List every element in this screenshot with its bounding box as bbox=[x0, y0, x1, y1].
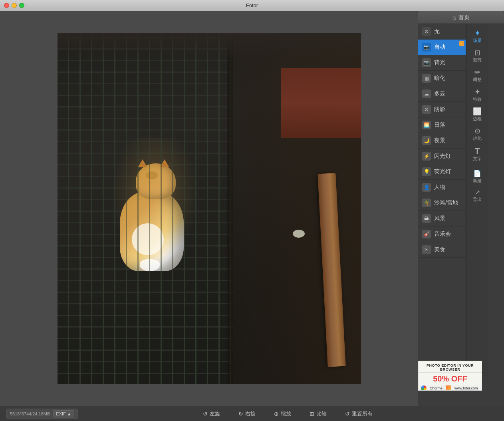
rotate-right-label: 右旋 bbox=[245, 410, 256, 417]
file-dimensions: 5616*3744/24.16MB bbox=[10, 411, 50, 416]
ad-top-text: PHOTO EDITOR IN YOUR BROWSER bbox=[419, 361, 482, 373]
maximize-button[interactable] bbox=[19, 3, 24, 8]
adjust-tool-icon: ✏ bbox=[474, 69, 480, 76]
ad-banner[interactable]: PHOTO EDITOR IN YOUR BROWSER 50% OFF Cho… bbox=[418, 361, 482, 391]
scene-item-sunset[interactable]: 🌅 日落 bbox=[418, 117, 466, 133]
scene-item-concert[interactable]: 🎸 音乐会 bbox=[418, 226, 466, 242]
tool-adjust[interactable]: ✏ 调整 bbox=[467, 66, 487, 85]
scene-icon-dark: ▦ bbox=[422, 74, 431, 83]
rotate-right-button[interactable]: ↻ 右旋 bbox=[235, 409, 259, 419]
window-controls bbox=[4, 3, 24, 8]
tool-vignette[interactable]: ⊙ 虚化 bbox=[467, 125, 487, 144]
tool-border[interactable]: ⬜ 边框 bbox=[467, 105, 487, 124]
rotate-right-icon: ↻ bbox=[238, 411, 243, 417]
scene-item-food[interactable]: ✂ 美食 bbox=[418, 242, 466, 258]
scene-tool-icon: ✦ bbox=[474, 30, 480, 37]
bottom-bar: 5616*3744/24.16MB EXIF ▲ ↺ 左旋 ↻ 右旋 ⊕ 缩放 … bbox=[0, 406, 504, 421]
tool-new[interactable]: 📄 新建 bbox=[467, 168, 487, 186]
reset-button[interactable]: ↺ 重置所有 bbox=[342, 409, 376, 419]
ad-bottom-row: Chorme www.fotor.com bbox=[419, 385, 482, 391]
file-info: 5616*3744/24.16MB EXIF ▲ bbox=[6, 409, 78, 419]
scene-label-dark: 暗化 bbox=[434, 75, 445, 82]
scene-label-fluorescent: 荧光灯 bbox=[434, 168, 451, 175]
scene-icon-shadow: ⊙ bbox=[422, 105, 431, 114]
compare-button[interactable]: ⊞ 比较 bbox=[306, 409, 330, 419]
right-panel: ⌂ 首页 ⊘ 无 📷 自动 📷 背光 bbox=[418, 11, 504, 406]
scene-icon-flash: ⚡ bbox=[422, 152, 431, 161]
tool-effects[interactable]: ✦ 特效 bbox=[467, 86, 487, 105]
scene-icon-fluorescent: 💡 bbox=[422, 167, 431, 176]
scene-icon-beach: 🌴 bbox=[422, 199, 431, 207]
tool-vignette-label: 虚化 bbox=[473, 135, 482, 141]
bottom-actions: ↺ 左旋 ↻ 右旋 ⊕ 缩放 ⊞ 比较 ↺ 重置所有 bbox=[78, 409, 498, 419]
scene-label-backlight: 背光 bbox=[434, 59, 445, 66]
scene-label-landscape: 风景 bbox=[434, 215, 445, 222]
scene-label-shadow: 阴影 bbox=[434, 106, 445, 113]
scene-item-auto[interactable]: 📷 自动 bbox=[418, 40, 466, 55]
scene-label-flash: 闪光灯 bbox=[434, 153, 451, 160]
text-tool-icon: T bbox=[475, 147, 480, 155]
reset-label: 重置所有 bbox=[352, 410, 373, 417]
home-button[interactable]: ⌂ 首页 bbox=[418, 11, 504, 24]
scene-label-auto: 自动 bbox=[434, 44, 445, 51]
scene-icon-none: ⊘ bbox=[422, 27, 431, 36]
scene-item-people[interactable]: 👤 人物 bbox=[418, 180, 466, 195]
scene-icon-night: 🌙 bbox=[422, 136, 431, 145]
zoom-label: 缩放 bbox=[281, 410, 291, 417]
tool-sidebar: ✦ 场景 ⊡ 裁剪 ✏ 调整 ✦ 特效 ⬜ 边框 bbox=[466, 24, 488, 376]
scene-label-concert: 音乐会 bbox=[434, 230, 451, 238]
export-tool-icon: ↗ bbox=[475, 189, 480, 196]
close-button[interactable] bbox=[4, 3, 9, 8]
scene-item-cloudy[interactable]: ☁ 多云 bbox=[418, 86, 466, 102]
zoom-button[interactable]: ⊕ 缩放 bbox=[271, 409, 294, 419]
photo-canvas[interactable] bbox=[58, 33, 361, 384]
scene-label-sunset: 日落 bbox=[434, 121, 445, 129]
scene-item-none[interactable]: ⊘ 无 bbox=[418, 24, 466, 40]
rotate-left-button[interactable]: ↺ 左旋 bbox=[200, 409, 223, 419]
scene-item-flash[interactable]: ⚡ 闪光灯 bbox=[418, 149, 466, 164]
titlebar: Fotor bbox=[0, 0, 504, 11]
canvas-area bbox=[0, 11, 418, 406]
scene-icon-concert: 🎸 bbox=[422, 230, 431, 238]
scene-item-landscape[interactable]: 🏔 风景 bbox=[418, 211, 466, 226]
scene-icon-backlight: 📷 bbox=[422, 58, 431, 67]
scene-label-people: 人物 bbox=[434, 184, 445, 191]
scene-icon-sunset: 🌅 bbox=[422, 121, 431, 129]
scene-item-fluorescent[interactable]: 💡 荧光灯 bbox=[418, 164, 466, 180]
fotor-url-text: www.fotor.com bbox=[454, 386, 478, 390]
scene-label-night: 夜景 bbox=[434, 137, 445, 144]
scene-icon-auto: 📷 bbox=[422, 43, 431, 52]
tool-export-label: 导出 bbox=[473, 197, 482, 203]
tool-border-label: 边框 bbox=[473, 116, 482, 122]
tool-crop[interactable]: ⊡ 裁剪 bbox=[467, 47, 487, 66]
scene-list: ⊘ 无 📷 自动 📷 背光 ▦ 暗化 ☁ 多云 bbox=[418, 24, 466, 376]
exif-button[interactable]: EXIF ▲ bbox=[53, 410, 74, 417]
rotate-left-icon: ↺ bbox=[203, 411, 208, 417]
scene-icon-people: 👤 bbox=[422, 183, 431, 192]
scene-item-shadow[interactable]: ⊙ 阴影 bbox=[418, 102, 466, 117]
tool-effects-label: 特效 bbox=[473, 96, 482, 102]
scene-item-dark[interactable]: ▦ 暗化 bbox=[418, 71, 466, 86]
border-tool-icon: ⬜ bbox=[473, 108, 482, 115]
compare-label: 比较 bbox=[316, 410, 327, 417]
scene-item-backlight[interactable]: 📷 背光 bbox=[418, 55, 466, 71]
tool-scene[interactable]: ✦ 场景 bbox=[467, 27, 487, 46]
tool-text-label: 文字 bbox=[473, 156, 482, 162]
chrome-logo-icon bbox=[421, 385, 427, 391]
minimize-button[interactable] bbox=[12, 3, 17, 8]
photo-image bbox=[58, 33, 361, 384]
scene-icon-cloudy: ☁ bbox=[422, 89, 431, 98]
rotate-left-label: 左旋 bbox=[210, 410, 220, 417]
app-title: Fotor bbox=[246, 2, 258, 8]
scene-item-night[interactable]: 🌙 夜景 bbox=[418, 133, 466, 149]
tool-text[interactable]: T 文字 bbox=[467, 145, 487, 164]
tool-export[interactable]: ↗ 导出 bbox=[467, 187, 487, 205]
compare-icon: ⊞ bbox=[310, 411, 314, 417]
scene-item-beach[interactable]: 🌴 沙滩/雪地 bbox=[418, 195, 466, 211]
scene-label-beach: 沙滩/雪地 bbox=[434, 199, 458, 207]
tool-adjust-label: 调整 bbox=[473, 77, 482, 83]
badge bbox=[459, 41, 464, 46]
crop-tool-icon: ⊡ bbox=[474, 49, 480, 56]
fotor-logo-icon bbox=[446, 385, 451, 391]
zoom-icon: ⊕ bbox=[274, 411, 279, 417]
